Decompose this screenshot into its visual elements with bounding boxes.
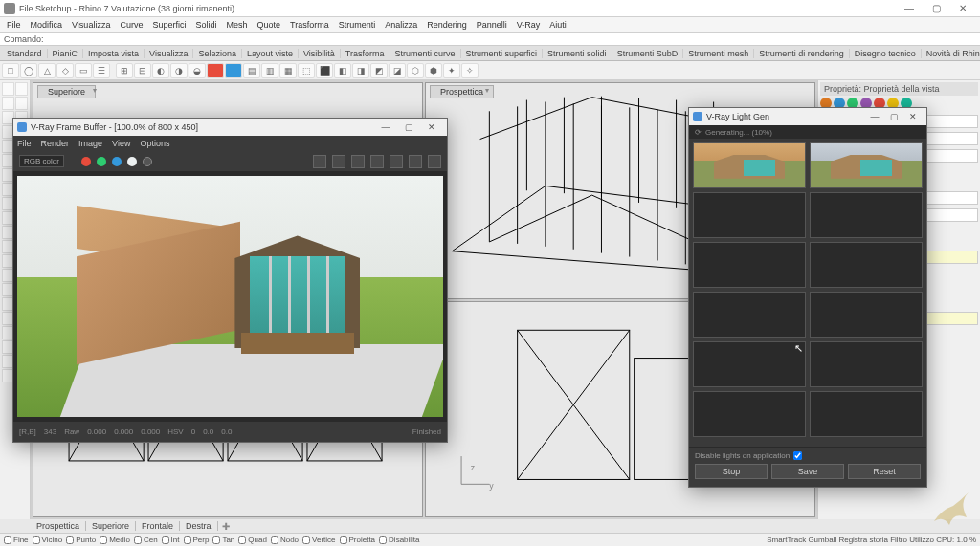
tool-icon[interactable]: ⊟ bbox=[134, 63, 151, 78]
menu-curve[interactable]: Curve bbox=[115, 20, 147, 30]
tool-icon[interactable]: ◐ bbox=[152, 63, 169, 78]
tab-select[interactable]: Seleziona bbox=[193, 49, 242, 58]
osnap-fine[interactable]: Fine bbox=[4, 535, 29, 544]
tool-icon[interactable]: ☰ bbox=[93, 63, 110, 78]
vfb-menu-options[interactable]: Options bbox=[140, 139, 169, 148]
tab-visibility[interactable]: Visibilità bbox=[299, 49, 341, 58]
tool-icon[interactable]: ⬢ bbox=[425, 63, 442, 78]
tab-newrhino7[interactable]: Novità di Rhino 7 bbox=[922, 49, 980, 58]
tab-drafting[interactable]: Disegno tecnico bbox=[850, 49, 922, 58]
menu-panels[interactable]: Pannelli bbox=[472, 20, 512, 30]
menu-help[interactable]: Aiuti bbox=[545, 20, 571, 30]
vfb-tool-icon[interactable] bbox=[313, 155, 326, 168]
light-preset-thumb[interactable] bbox=[693, 391, 806, 437]
vfb-menu-file[interactable]: File bbox=[17, 139, 32, 148]
osnap-project[interactable]: Proietta bbox=[340, 535, 376, 544]
light-preset-thumb[interactable] bbox=[693, 242, 806, 288]
mono-channel-icon[interactable] bbox=[143, 157, 152, 166]
tool-icon[interactable]: ✦ bbox=[443, 63, 460, 78]
vray-frame-buffer-window[interactable]: V-Ray Frame Buffer - [100.0% of 800 x 45… bbox=[12, 118, 448, 443]
vfb-menu-image[interactable]: Image bbox=[78, 139, 102, 148]
vfb-tool-icon[interactable] bbox=[351, 155, 365, 168]
viewport-tab-top[interactable]: Superiore bbox=[86, 521, 136, 531]
chevron-down-icon[interactable]: ▾ bbox=[93, 86, 97, 95]
tool-icon[interactable]: ◧ bbox=[334, 63, 351, 78]
osnap-quad[interactable]: Quad bbox=[238, 535, 267, 544]
tab-solidtools[interactable]: Strumenti solidi bbox=[543, 49, 612, 58]
viewport-tab-front[interactable]: Frontale bbox=[136, 521, 180, 531]
osnap-near[interactable]: Vicino bbox=[33, 535, 63, 544]
tool-icon[interactable] bbox=[15, 82, 28, 96]
save-button[interactable]: Save bbox=[771, 464, 844, 479]
minimize-button[interactable]: — bbox=[374, 122, 397, 132]
osnap-disable[interactable]: Disabilita bbox=[379, 535, 419, 544]
osnap-mid[interactable]: Medio bbox=[100, 535, 130, 544]
vfb-menu-view[interactable]: View bbox=[112, 139, 130, 148]
tool-icon[interactable] bbox=[2, 82, 14, 96]
light-preset-thumb[interactable] bbox=[810, 142, 923, 188]
tool-icon[interactable]: ◇ bbox=[56, 63, 74, 78]
vfb-menu-render[interactable]: Render bbox=[41, 139, 70, 148]
menu-dimension[interactable]: Quote bbox=[252, 20, 285, 30]
blue-channel-icon[interactable] bbox=[112, 157, 122, 166]
tab-transform[interactable]: Trasforma bbox=[341, 49, 390, 58]
reset-button[interactable]: Reset bbox=[848, 464, 921, 479]
tab-subdtools[interactable]: Strumenti SubD bbox=[612, 49, 684, 58]
tool-icon[interactable]: ▤ bbox=[243, 63, 260, 78]
menu-edit[interactable]: Modifica bbox=[26, 20, 68, 30]
minimize-button[interactable]: — bbox=[865, 112, 884, 121]
vfb-tool-icon[interactable] bbox=[370, 155, 384, 168]
tool-icon[interactable] bbox=[15, 97, 28, 110]
tab-meshtools[interactable]: Strumenti mesh bbox=[683, 49, 754, 58]
tool-icon[interactable]: ◑ bbox=[170, 63, 188, 78]
viewport-label[interactable]: Superiore bbox=[37, 85, 96, 98]
light-preset-thumb[interactable] bbox=[693, 292, 806, 338]
close-button[interactable]: ✕ bbox=[420, 122, 443, 132]
tab-standard[interactable]: Standard bbox=[2, 49, 48, 58]
tab-cplanes[interactable]: PianiC bbox=[48, 49, 84, 58]
render-viewport[interactable] bbox=[13, 172, 447, 421]
tool-icon[interactable]: ▥ bbox=[261, 63, 278, 78]
tool-icon[interactable]: □ bbox=[2, 63, 19, 78]
chevron-down-icon[interactable]: ▾ bbox=[485, 86, 489, 95]
menu-tools[interactable]: Strumenti bbox=[334, 20, 381, 30]
tab-curvetools[interactable]: Strumenti curve bbox=[390, 49, 461, 58]
channel-select[interactable]: RGB color bbox=[19, 155, 64, 167]
osnap-node[interactable]: Nodo bbox=[271, 535, 299, 544]
disable-lights-input[interactable] bbox=[793, 451, 802, 460]
tool-icon[interactable] bbox=[225, 63, 242, 78]
osnap-point[interactable]: Punto bbox=[66, 535, 96, 544]
stop-button[interactable]: Stop bbox=[695, 464, 768, 479]
close-button[interactable]: ✕ bbox=[903, 112, 923, 121]
vfb-tool-icon[interactable] bbox=[332, 155, 345, 168]
menu-solid[interactable]: Solidi bbox=[190, 20, 221, 30]
light-preset-thumb[interactable] bbox=[810, 391, 923, 437]
command-line[interactable]: Comando: bbox=[0, 33, 980, 46]
light-preset-thumb[interactable] bbox=[810, 242, 923, 288]
tab-display[interactable]: Visualizza bbox=[145, 49, 193, 58]
vfb-tool-icon[interactable] bbox=[428, 155, 441, 168]
close-button[interactable]: ✕ bbox=[949, 1, 976, 16]
menu-render[interactable]: Rendering bbox=[422, 20, 472, 30]
vray-light-gen-window[interactable]: V-Ray Light Gen — ▢ ✕ ⟳ Generating... (1… bbox=[688, 107, 927, 488]
tool-icon[interactable]: ▦ bbox=[279, 63, 297, 78]
vfb-titlebar[interactable]: V-Ray Frame Buffer - [100.0% of 800 x 45… bbox=[13, 119, 447, 136]
menu-file[interactable]: File bbox=[2, 20, 26, 30]
osnap-vertex[interactable]: Vertice bbox=[302, 535, 335, 544]
maximize-button[interactable]: ▢ bbox=[884, 112, 903, 121]
light-preset-thumb[interactable] bbox=[810, 341, 923, 387]
osnap-int[interactable]: Int bbox=[162, 535, 180, 544]
viewport-label[interactable]: Prospettica bbox=[430, 85, 494, 98]
disable-lights-checkbox[interactable]: Disable lights on application bbox=[695, 451, 921, 460]
tool-icon[interactable]: ⬛ bbox=[316, 63, 333, 78]
tool-icon[interactable]: △ bbox=[38, 63, 56, 78]
menu-mesh[interactable]: Mesh bbox=[221, 20, 252, 30]
tool-icon[interactable]: ◪ bbox=[389, 63, 406, 78]
tool-icon[interactable]: ◯ bbox=[20, 63, 37, 78]
light-preset-thumb[interactable] bbox=[693, 142, 806, 188]
tool-icon[interactable]: ▭ bbox=[75, 63, 92, 78]
tool-icon[interactable]: ⬚ bbox=[298, 63, 315, 78]
viewport-tab-perspective[interactable]: Prospettica bbox=[31, 521, 86, 531]
white-channel-icon[interactable] bbox=[127, 157, 137, 166]
tool-icon[interactable]: ⬡ bbox=[407, 63, 424, 78]
